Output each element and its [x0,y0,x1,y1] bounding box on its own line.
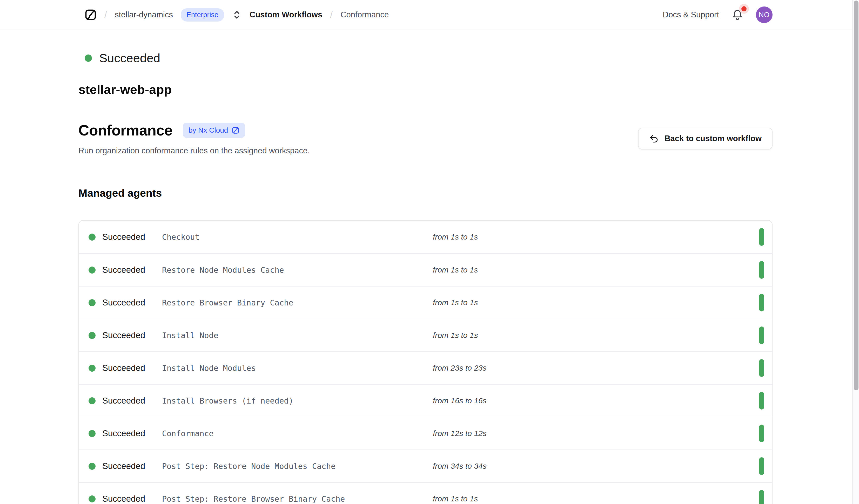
breadcrumb-separator: / [104,9,107,20]
step-status: Succeeded [102,232,162,242]
scrollbar-track [852,0,859,504]
step-duration: from 1s to 1s [433,298,759,307]
step-name: Install Node Modules [162,364,433,373]
steps-list: Succeeded Checkout from 1s to 1s Succeed… [78,220,772,504]
step-status-dot-icon [89,495,95,502]
step-row[interactable]: Succeeded Post Step: Restore Node Module… [79,449,772,482]
step-status-dot-icon [89,397,95,404]
step-timeline-bar [759,228,764,246]
step-duration: from 1s to 1s [433,331,759,340]
step-name: Install Node [162,331,433,340]
step-timeline-bar [759,457,764,475]
run-status: Succeeded [78,51,772,65]
workflow-title: Conformance [78,122,172,139]
undo-arrow-icon [649,134,659,143]
breadcrumb-conformance: Conformance [341,10,389,19]
breadcrumb: / stellar-dynamics Enterprise Custom Wor… [85,8,389,21]
step-status: Succeeded [102,396,162,406]
step-timeline-bar [759,392,764,410]
step-row[interactable]: Succeeded Conformance from 12s to 12s [79,417,772,449]
step-name: Post Step: Restore Node Modules Cache [162,462,433,471]
run-status-label: Succeeded [99,51,160,65]
step-name: Checkout [162,232,433,242]
step-duration: from 12s to 12s [433,429,759,438]
step-status: Succeeded [102,265,162,275]
step-status: Succeeded [102,494,162,504]
step-row[interactable]: Succeeded Install Browsers (if needed) f… [79,384,772,417]
step-status-dot-icon [89,266,95,274]
by-nx-cloud-label: by Nx Cloud [189,127,228,134]
step-timeline-bar [759,359,764,377]
step-status-dot-icon [89,233,95,241]
step-status: Succeeded [102,461,162,471]
step-status-dot-icon [89,463,95,470]
step-name: Install Browsers (if needed) [162,396,433,406]
step-name: Conformance [162,429,433,438]
step-row[interactable]: Succeeded Post Step: Restore Browser Bin… [79,482,772,504]
step-duration: from 1s to 1s [433,494,759,503]
step-status: Succeeded [102,363,162,373]
step-timeline-bar [759,294,764,311]
breadcrumb-separator: / [330,9,333,20]
step-status-dot-icon [89,365,95,372]
step-row[interactable]: Succeeded Install Node from 1s to 1s [79,319,772,351]
step-status-dot-icon [89,430,95,437]
step-timeline-bar [759,490,764,504]
workspace-switcher-icon[interactable] [232,10,242,20]
step-timeline-bar [759,326,764,344]
step-name: Restore Browser Binary Cache [162,298,433,307]
enterprise-badge: Enterprise [181,8,224,21]
step-timeline-bar [759,425,764,442]
notification-badge [741,6,747,12]
status-dot-icon [85,55,92,62]
step-status: Succeeded [102,298,162,307]
step-duration: from 1s to 1s [433,265,759,274]
step-duration: from 1s to 1s [433,232,759,241]
header-actions: Docs & Support NO [663,6,772,23]
step-row[interactable]: Succeeded Install Node Modules from 23s … [79,351,772,384]
back-button-label: Back to custom workflow [664,134,762,143]
breadcrumb-custom-workflows[interactable]: Custom Workflows [250,10,322,19]
docs-support-link[interactable]: Docs & Support [663,10,719,19]
step-name: Restore Node Modules Cache [162,265,433,275]
step-duration: from 23s to 23s [433,364,759,372]
step-status-dot-icon [89,299,95,306]
page-title: stellar-web-app [78,82,772,97]
nx-cloud-logo[interactable] [85,9,96,21]
main-content: Succeeded stellar-web-app Conformance by… [0,51,859,504]
step-row[interactable]: Succeeded Restore Node Modules Cache fro… [79,253,772,286]
breadcrumb-org[interactable]: stellar-dynamics [115,10,173,19]
step-status: Succeeded [102,330,162,340]
step-row[interactable]: Succeeded Restore Browser Binary Cache f… [79,286,772,319]
notifications-bell-icon[interactable] [732,8,743,21]
workflow-section-header: Conformance by Nx Cloud Run organization… [78,122,772,155]
step-status-dot-icon [89,332,95,339]
scrollbar-thumb[interactable] [854,1,858,390]
step-row[interactable]: Succeeded Checkout from 1s to 1s [79,220,772,253]
back-to-custom-workflow-button[interactable]: Back to custom workflow [638,128,772,150]
step-status: Succeeded [102,428,162,438]
managed-agents-heading: Managed agents [78,187,772,199]
step-name: Post Step: Restore Browser Binary Cache [162,494,433,503]
step-timeline-bar [759,261,764,279]
nx-cloud-badge-icon [232,126,239,134]
avatar[interactable]: NO [756,6,772,23]
step-duration: from 16s to 16s [433,396,759,405]
step-duration: from 34s to 34s [433,462,759,471]
by-nx-cloud-badge[interactable]: by Nx Cloud [183,123,245,138]
top-navigation-bar: / stellar-dynamics Enterprise Custom Wor… [0,0,859,30]
